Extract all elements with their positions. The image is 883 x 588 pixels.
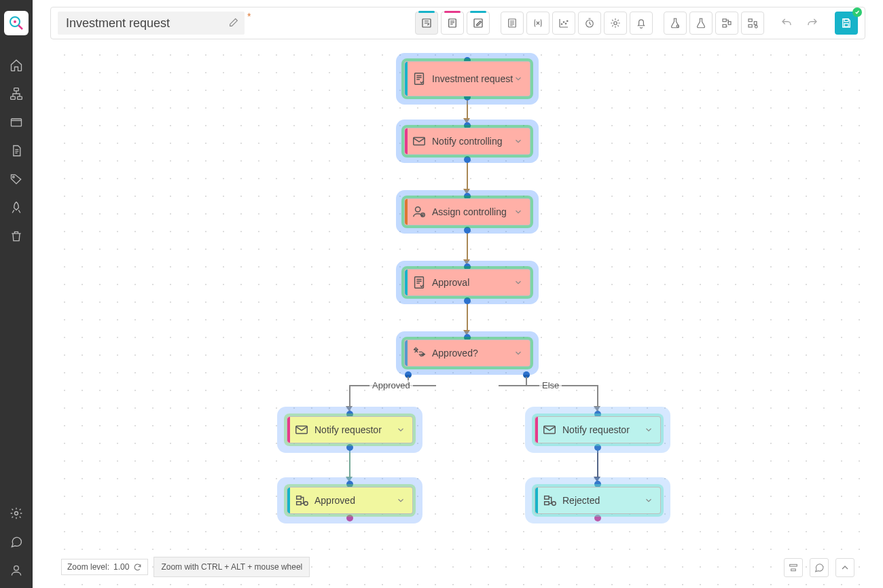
align-button[interactable]: [784, 558, 803, 577]
zoom-hint: Zoom with CTRL + ALT + mouse wheel: [154, 557, 310, 577]
import-button[interactable]: [741, 12, 764, 35]
connector-line: [467, 229, 468, 262]
svg-point-42: [552, 502, 556, 506]
export-button[interactable]: [715, 12, 738, 35]
chevron-down-icon[interactable]: [644, 496, 655, 505]
mail-icon: [294, 422, 309, 437]
redo-button[interactable]: [801, 12, 824, 35]
trash-icon[interactable]: [10, 229, 23, 243]
svg-point-7: [13, 176, 15, 178]
gear-button[interactable]: [604, 12, 627, 35]
chevron-down-icon[interactable]: [513, 278, 524, 287]
undo-button[interactable]: [775, 12, 798, 35]
svg-point-38: [304, 502, 308, 506]
collapse-button[interactable]: [835, 558, 854, 577]
user-icon[interactable]: [10, 564, 23, 577]
document-icon[interactable]: [10, 144, 23, 158]
svg-point-9: [14, 566, 19, 570]
timer-button[interactable]: [578, 12, 601, 35]
settings-icon[interactable]: [10, 507, 23, 520]
user-plus-icon: [412, 204, 427, 219]
connector-dot: [346, 515, 353, 521]
node-approval[interactable]: Approval: [404, 269, 530, 296]
chevron-down-icon[interactable]: [396, 496, 407, 505]
svg-rect-25: [749, 24, 752, 27]
node-label: Notify requestor: [314, 424, 396, 436]
feedback-icon[interactable]: [10, 535, 23, 549]
mail-icon: [412, 134, 427, 149]
app-logo[interactable]: [4, 11, 29, 35]
list-button[interactable]: [501, 12, 524, 35]
svg-rect-39: [544, 426, 556, 434]
designer-view-button[interactable]: [415, 12, 438, 35]
svg-point-17: [567, 20, 569, 22]
edit-icon[interactable]: [228, 17, 239, 28]
edit-view-button[interactable]: [467, 12, 490, 35]
tag-icon[interactable]: [10, 172, 23, 186]
node-notify-controlling[interactable]: Notify controlling: [404, 128, 530, 155]
svg-rect-41: [545, 502, 549, 505]
connector-line: [597, 447, 598, 479]
chevron-down-icon[interactable]: [513, 348, 524, 358]
svg-point-27: [755, 25, 757, 28]
branch-label-else: Else: [539, 380, 562, 390]
workflow-canvas[interactable]: Approved Else Investment request: [50, 41, 865, 588]
node-label: Notify requestor: [562, 424, 644, 436]
node-investment-request[interactable]: Investment request: [404, 61, 530, 96]
save-button[interactable]: [835, 12, 858, 35]
connector-dot: [464, 297, 471, 304]
chevron-down-icon[interactable]: [513, 74, 524, 84]
launch-icon[interactable]: [10, 201, 23, 215]
folder-icon[interactable]: [10, 115, 23, 129]
chevron-down-icon[interactable]: [513, 136, 524, 146]
chart-button[interactable]: [552, 12, 575, 35]
home-icon[interactable]: [10, 58, 23, 72]
svg-point-8: [15, 512, 18, 515]
flask-b-button[interactable]: [689, 12, 713, 35]
mail-icon: [542, 422, 557, 437]
workflow-icon[interactable]: [10, 87, 23, 100]
chevron-down-icon[interactable]: [513, 207, 524, 217]
svg-rect-36: [297, 496, 301, 500]
connector-dot: [464, 227, 471, 234]
svg-rect-31: [414, 138, 425, 145]
chevron-down-icon[interactable]: [644, 425, 655, 435]
check-icon: [852, 7, 862, 17]
node-notify-requestor-rejected[interactable]: Notify requestor: [535, 416, 661, 443]
refresh-icon[interactable]: [133, 563, 142, 572]
node-notify-requestor-approved[interactable]: Notify requestor: [287, 416, 413, 443]
main-area: *: [33, 0, 883, 588]
node-label: Rejected: [562, 495, 644, 507]
variables-button[interactable]: [526, 12, 549, 35]
svg-point-32: [416, 207, 420, 212]
form-icon: [412, 71, 427, 86]
svg-rect-11: [449, 19, 456, 27]
bell-button[interactable]: [630, 12, 653, 35]
svg-rect-22: [723, 24, 726, 27]
node-label: Approval: [432, 277, 513, 289]
svg-rect-37: [297, 502, 301, 505]
node-rejected-end[interactable]: Rejected: [535, 487, 661, 514]
svg-rect-29: [844, 24, 848, 27]
form-view-button[interactable]: [441, 12, 464, 35]
flow-end-icon: [542, 493, 557, 508]
svg-rect-24: [749, 19, 752, 22]
node-label: Approved?: [432, 348, 513, 359]
node-approved-end[interactable]: Approved: [287, 487, 413, 514]
svg-rect-3: [14, 88, 19, 91]
svg-rect-6: [12, 119, 22, 126]
svg-point-16: [565, 23, 566, 24]
node-assign-controlling[interactable]: Assign controlling: [404, 198, 530, 225]
flask-a-button[interactable]: [664, 12, 687, 35]
sidebar: [0, 0, 33, 588]
branch-line: [526, 377, 527, 385]
node-approved-condition[interactable]: Approved?: [404, 339, 530, 367]
zoom-level-box[interactable]: Zoom level: 1.00: [61, 559, 148, 575]
svg-rect-21: [723, 19, 726, 22]
form-icon: [412, 275, 427, 290]
svg-point-1: [14, 20, 16, 23]
chevron-down-icon[interactable]: [396, 425, 407, 435]
workflow-title-input[interactable]: [58, 12, 245, 35]
connector-dot: [464, 156, 471, 163]
comment-button[interactable]: [810, 558, 829, 577]
